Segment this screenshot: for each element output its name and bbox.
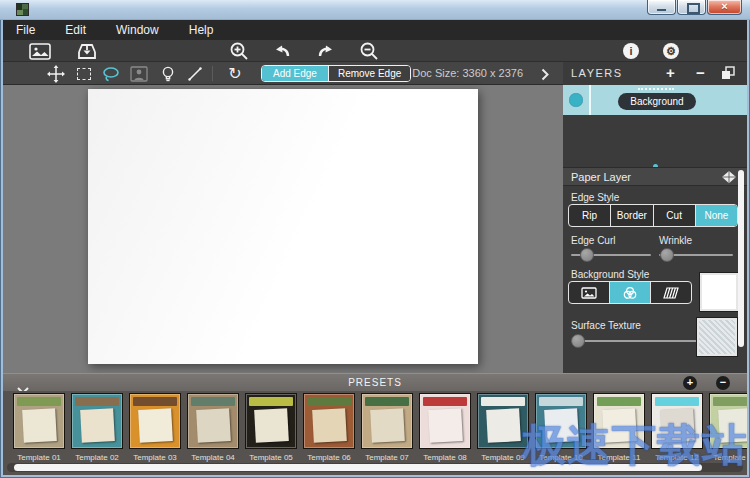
remove-edge-button[interactable]: Remove Edge	[328, 66, 410, 81]
lasso-tool-button[interactable]	[101, 65, 121, 82]
template-thumbnail[interactable]	[303, 393, 355, 449]
redo-button[interactable]	[315, 42, 337, 60]
template-thumbnail[interactable]	[419, 393, 471, 449]
add-layer-button[interactable]: +	[666, 62, 675, 84]
thumb-paper	[718, 408, 747, 443]
title-bar[interactable]: ×	[0, 0, 750, 20]
thumb-paper	[254, 408, 289, 443]
panel-scrollbar[interactable]	[738, 170, 744, 347]
line-tool-button[interactable]	[185, 65, 205, 82]
preset-template-01[interactable]: Template 01	[10, 393, 68, 462]
preset-template-09[interactable]: Template 09	[474, 393, 532, 462]
preset-template-06[interactable]: Template 06	[300, 393, 358, 462]
remove-layer-button[interactable]: −	[696, 62, 705, 84]
slider-thumb[interactable]	[660, 248, 674, 262]
remove-preset-button[interactable]: −	[716, 376, 730, 390]
preset-template-10[interactable]: Template 10	[532, 393, 590, 462]
menu-help[interactable]: Help	[174, 20, 229, 40]
preset-template-12[interactable]: Template 12	[648, 393, 706, 462]
template-thumbnail[interactable]	[477, 393, 529, 449]
zoom-out-button[interactable]	[358, 42, 380, 60]
minimize-button[interactable]	[647, 0, 676, 15]
slider-thumb[interactable]	[580, 248, 594, 262]
layer-visibility-toggle[interactable]	[569, 93, 583, 107]
menu-file[interactable]: File	[3, 20, 50, 40]
preset-template-13[interactable]: Template 13	[706, 393, 747, 462]
add-preset-button[interactable]: +	[683, 376, 697, 390]
doc-size-label: Doc Size: 3360 x 2376	[412, 62, 523, 85]
collapse-panel-button[interactable]	[541, 67, 549, 85]
light-tool-button[interactable]	[158, 65, 178, 82]
close-button[interactable]: ×	[707, 0, 742, 15]
new-image-button[interactable]	[29, 42, 51, 60]
layer-row-background[interactable]: Background	[563, 85, 747, 115]
preset-template-08[interactable]: Template 08	[416, 393, 474, 462]
maximize-button[interactable]	[677, 0, 706, 15]
template-thumbnail[interactable]	[535, 393, 587, 449]
thumb-accent	[423, 397, 467, 406]
drag-handle-icon[interactable]	[638, 88, 674, 90]
preset-template-03[interactable]: Template 03	[126, 393, 184, 462]
thumb-accent	[17, 397, 61, 406]
background-color-swatch[interactable]	[700, 273, 738, 311]
rotate-tool-button[interactable]: ↻	[225, 65, 245, 82]
preset-template-04[interactable]: Template 04	[184, 393, 242, 462]
layer-name-pill[interactable]: Background	[618, 93, 696, 110]
bg-style-image[interactable]	[569, 282, 609, 303]
marquee-icon	[77, 68, 91, 80]
template-thumbnail[interactable]	[71, 393, 123, 449]
preset-template-05[interactable]: Template 05	[242, 393, 300, 462]
thumb-paper	[544, 408, 579, 443]
slider-thumb[interactable]	[571, 334, 585, 348]
template-thumbnail[interactable]	[651, 393, 703, 449]
document-page[interactable]	[88, 89, 478, 364]
preset-template-02[interactable]: Template 02	[68, 393, 126, 462]
menu-edit[interactable]: Edit	[50, 20, 101, 40]
thumb-paper	[312, 408, 347, 443]
wrinkle-slider[interactable]	[659, 248, 733, 262]
bg-style-color[interactable]	[609, 282, 650, 303]
surface-texture-slider[interactable]	[571, 334, 697, 348]
zoom-in-button[interactable]	[228, 42, 250, 60]
move-tool-button[interactable]	[46, 65, 66, 82]
menu-window[interactable]: Window	[101, 20, 174, 40]
undo-button[interactable]	[271, 42, 293, 60]
portrait-tool-button[interactable]	[129, 65, 149, 82]
template-thumbnail[interactable]	[709, 393, 747, 449]
template-thumbnail[interactable]	[593, 393, 645, 449]
template-thumbnail[interactable]	[361, 393, 413, 449]
template-label: Template 04	[191, 453, 235, 462]
template-label: Template 13	[713, 453, 747, 462]
edge-style-rip[interactable]: Rip	[569, 205, 610, 226]
presets-scrollbar-thumb[interactable]	[14, 464, 702, 471]
paper-layer-header[interactable]: Paper Layer	[563, 167, 747, 186]
preset-template-11[interactable]: Template 11	[590, 393, 648, 462]
marquee-tool-button[interactable]	[74, 65, 94, 82]
info-button[interactable]: i	[623, 43, 639, 59]
layers-title: LAYERS	[571, 62, 623, 85]
add-edge-button[interactable]: Add Edge	[262, 66, 328, 81]
template-label: Template 10	[539, 453, 583, 462]
template-thumbnail[interactable]	[129, 393, 181, 449]
template-thumbnail[interactable]	[245, 393, 297, 449]
template-thumbnail[interactable]	[13, 393, 65, 449]
template-thumbnail[interactable]	[187, 393, 239, 449]
import-button[interactable]	[76, 42, 98, 60]
edge-style-border[interactable]: Border	[610, 205, 652, 226]
edge-style-cut[interactable]: Cut	[653, 205, 695, 226]
duplicate-layer-button[interactable]	[720, 65, 736, 87]
canvas-area[interactable]	[3, 85, 563, 373]
paper-gem-icon[interactable]	[721, 170, 737, 188]
thumb-accent	[597, 397, 641, 406]
thumb-paper	[486, 408, 521, 443]
settings-gear-button[interactable]: ⚙	[663, 43, 679, 59]
chevron-right-icon	[541, 68, 549, 81]
preset-template-07[interactable]: Template 07	[358, 393, 416, 462]
presets-header: PRESETS + −	[3, 373, 747, 391]
edge-curl-slider[interactable]	[571, 248, 651, 262]
presets-scrollbar[interactable]	[7, 463, 743, 472]
bg-style-pattern[interactable]	[650, 282, 691, 303]
surface-texture-swatch[interactable]	[697, 318, 737, 356]
import-icon	[76, 42, 98, 60]
edge-style-none[interactable]: None	[695, 205, 737, 226]
